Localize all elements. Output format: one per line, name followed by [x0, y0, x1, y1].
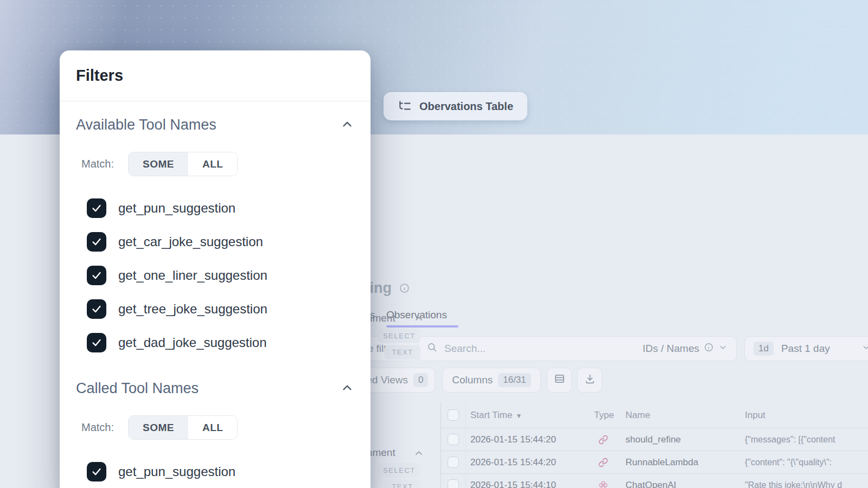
table-row[interactable]: 2026-01-15 15:44:10 ChatOpenAI "Rate thi…	[441, 474, 868, 488]
scope-info-icon	[704, 343, 713, 355]
tool-filter-item[interactable]: get_car_joke_suggestion	[76, 225, 354, 259]
tool-name-label: get_tree_joke_suggestion	[118, 301, 267, 317]
row-checkbox[interactable]	[448, 479, 459, 488]
section-title: Available Tool Names	[76, 117, 216, 133]
match-toggle: SOME ALL	[128, 152, 238, 176]
column-header-input[interactable]: Input	[741, 410, 868, 421]
chevron-up-icon[interactable]	[340, 117, 354, 133]
columns-count-badge: 16/31	[498, 373, 531, 387]
match-toggle: SOME ALL	[128, 415, 238, 440]
column-header-type[interactable]: Type	[584, 410, 621, 421]
observations-table-view-button[interactable]: Obervations Table	[384, 92, 527, 120]
tool-name-label: get_pun_suggestion	[118, 201, 235, 216]
table-header-row: Start Time▼ Type Name Input	[441, 402, 868, 428]
tool-filter-item[interactable]: get_tree_joke_suggestion	[76, 292, 354, 326]
date-range-control[interactable]: 1d Past 1 day	[744, 336, 868, 361]
chevron-down-icon	[861, 343, 868, 355]
row-checkbox[interactable]	[448, 434, 459, 445]
column-header-start-time[interactable]: Start Time▼	[466, 410, 584, 421]
select-mode-badge[interactable]: SELECT	[378, 463, 420, 478]
row-checkbox-cell	[441, 451, 466, 473]
active-tab-underline	[386, 325, 458, 328]
row-height-button[interactable]	[547, 368, 572, 393]
section-title: Called Tool Names	[76, 380, 199, 397]
match-option-some[interactable]: SOME	[129, 152, 188, 176]
modal-title: Filters	[76, 50, 354, 85]
table-row[interactable]: 2026-01-15 15:44:20 RunnableLambda {"con…	[441, 451, 868, 474]
check-icon	[91, 466, 103, 478]
section-called-tool-names-header[interactable]: Called Tool Names	[76, 380, 354, 397]
name-cell: RunnableLambda	[621, 457, 741, 468]
chevron-up-icon[interactable]	[413, 448, 424, 459]
check-icon	[91, 337, 103, 349]
list-tree-icon	[398, 99, 412, 113]
tool-name-label: get_pun_suggestion	[118, 464, 235, 479]
columns-button[interactable]: Columns 16/31	[442, 368, 541, 393]
type-cell	[584, 435, 621, 445]
tool-filter-item[interactable]: get_pun_suggestion	[76, 455, 354, 488]
chain-link-icon	[598, 458, 608, 467]
chevron-up-icon[interactable]	[340, 381, 354, 397]
tool-list: get_pun_suggestion	[76, 455, 354, 488]
rows-icon	[554, 373, 565, 387]
tool-filter-item[interactable]: get_pun_suggestion	[76, 191, 354, 225]
name-cell: should_refine	[621, 434, 741, 445]
section-available-tool-names-header[interactable]: Available Tool Names	[76, 117, 354, 133]
date-range-label: Past 1 day	[781, 343, 830, 355]
row-checkbox-cell	[441, 428, 466, 451]
tool-name-label: get_dad_joke_suggestion	[118, 335, 267, 350]
chevron-up-icon[interactable]	[413, 313, 424, 324]
match-row: Match: SOME ALL	[76, 152, 354, 176]
tool-list: get_pun_suggestion get_car_joke_suggesti…	[76, 191, 354, 359]
select-all-checkbox[interactable]	[448, 409, 459, 421]
start-time-cell: 2026-01-15 15:44:20	[466, 457, 584, 468]
observations-table: Start Time▼ Type Name Input 2026-01-15 1…	[441, 402, 868, 488]
tool-checkbox-checked[interactable]	[87, 333, 106, 352]
chevron-down-icon	[718, 343, 727, 355]
input-cell: "Rate this joke:\n\nWhy d	[741, 480, 868, 488]
table-row[interactable]: 2026-01-15 15:44:20 should_refine {"mess…	[441, 428, 868, 451]
match-option-all[interactable]: ALL	[188, 416, 237, 439]
column-header-name[interactable]: Name	[621, 410, 741, 421]
row-checkbox-cell	[441, 474, 466, 488]
match-label: Match:	[81, 158, 114, 170]
filters-modal: Filters Available Tool Names Match: SOME…	[60, 50, 371, 488]
tool-checkbox-checked[interactable]	[87, 198, 106, 218]
tool-name-label: get_car_joke_suggestion	[118, 234, 263, 249]
search-box[interactable]: IDs / Names	[418, 336, 737, 361]
tool-checkbox-checked[interactable]	[87, 232, 106, 252]
tool-name-label: get_one_liner_suggestion	[118, 268, 267, 283]
input-cell: {"content": "{\"quality\":	[741, 458, 868, 467]
export-button[interactable]	[577, 368, 602, 393]
sort-desc-icon: ▼	[515, 412, 522, 420]
match-label: Match:	[81, 421, 114, 434]
generation-clover-icon	[598, 480, 608, 488]
columns-label: Columns	[452, 374, 493, 386]
check-icon	[91, 202, 103, 214]
table-body: 2026-01-15 15:44:20 should_refine {"mess…	[441, 428, 868, 488]
match-row: Match: SOME ALL	[76, 415, 354, 440]
search-input[interactable]	[444, 343, 636, 355]
select-mode-badge[interactable]: SELECT	[378, 329, 420, 343]
tool-filter-item[interactable]: get_one_liner_suggestion	[76, 259, 354, 292]
info-icon[interactable]	[399, 283, 410, 293]
search-scope-selector[interactable]: IDs / Names	[642, 343, 727, 355]
match-option-all[interactable]: ALL	[188, 152, 237, 176]
select-all-cell	[441, 402, 466, 428]
tool-checkbox-checked[interactable]	[87, 462, 106, 481]
start-time-cell: 2026-01-15 15:44:20	[466, 434, 584, 445]
row-checkbox[interactable]	[448, 457, 459, 468]
tool-checkbox-checked[interactable]	[87, 299, 106, 319]
match-option-some[interactable]: SOME	[129, 416, 188, 439]
download-icon	[584, 373, 596, 387]
tool-filter-item[interactable]: get_dad_joke_suggestion	[76, 326, 354, 359]
type-cell	[584, 480, 621, 488]
tool-checkbox-checked[interactable]	[87, 266, 106, 285]
search-scope-label: IDs / Names	[642, 343, 699, 355]
text-mode-badge[interactable]: TEXT	[385, 345, 420, 359]
text-mode-badge[interactable]: TEXT	[385, 479, 420, 488]
view-button-label: Obervations Table	[419, 100, 513, 113]
input-cell: {"messages": [{"content	[741, 435, 868, 445]
modal-divider	[60, 101, 371, 101]
check-icon	[91, 269, 103, 281]
